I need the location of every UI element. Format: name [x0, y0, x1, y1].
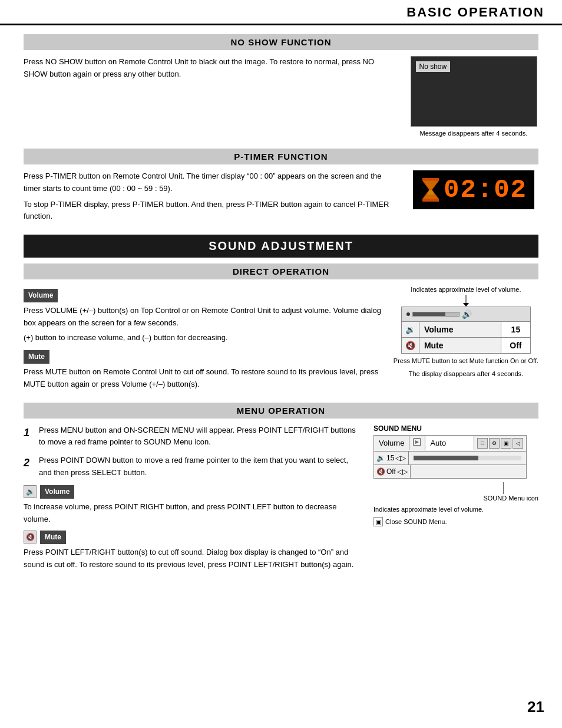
mute-caption: Press MUTE button to set Mute function O…: [394, 357, 538, 365]
ptimer-right: 02:02: [409, 170, 538, 209]
no-show-display: No show: [411, 56, 537, 127]
approx-level-text: Indicates approximate level of volume.: [373, 505, 538, 514]
direct-op-text: Volume Press VOLUME (+/–) button(s) on T…: [24, 285, 382, 390]
step-1-text: Press MENU button and ON-SCREEN MENU wil…: [39, 424, 356, 449]
menu-op-right: SOUND MENU Volume Auto: [373, 424, 538, 527]
dot-left: [406, 312, 410, 316]
menu-operation-section: MENU OPERATION 1 Press MENU button and O…: [24, 403, 538, 571]
direct-operation-header: DIRECT OPERATION: [24, 263, 538, 279]
smp-mute-arrows: ◁▷: [397, 467, 408, 476]
step-1: 1 Press MENU button and ON-SCREEN MENU w…: [24, 424, 356, 449]
smp-icon-btn-1[interactable]: □: [477, 438, 488, 449]
volume-speaker-icon: 🔉: [405, 325, 415, 334]
step-1-number: 1: [24, 424, 34, 442]
no-show-display-label: No show: [416, 61, 451, 72]
volume-indicator-text: Indicates approximate level of volume.: [411, 285, 521, 294]
smp-row2: 🔉 15 ◁▷: [374, 452, 526, 465]
mute-label-cell: Mute: [419, 338, 501, 353]
hourglass-icon: [420, 177, 441, 203]
sound-adjustment-section: SOUND ADJUSTMENT DIRECT OPERATION Volume…: [24, 235, 538, 571]
volume-tag: Volume: [24, 289, 58, 302]
direct-op-layout: Volume Press VOLUME (+/–) button(s) on T…: [24, 285, 538, 390]
no-show-header: NO SHOW FUNCTION: [24, 34, 538, 50]
no-show-section: NO SHOW FUNCTION Press NO SHOW button on…: [24, 34, 538, 137]
ptimer-display: 02:02: [413, 170, 534, 209]
smp-icons-row: □ ⚙ ▣ ◁: [474, 436, 526, 451]
ptimer-desc2: To stop P-TIMER display, press P-TIMER b…: [24, 199, 397, 223]
volume-bar: [412, 312, 459, 317]
ptimer-header: P-TIMER FUNCTION: [24, 149, 538, 164]
volume-panel-row: 🔉 Volume 15: [402, 321, 530, 337]
smp-row3: 🔇 Off ◁▷: [374, 465, 526, 478]
mute-tag: Mute: [24, 350, 49, 364]
mute-desc: Press MUTE button on Remote Control Unit…: [24, 366, 382, 391]
sound-adjustment-header: SOUND ADJUSTMENT: [24, 235, 538, 258]
menu-volume-tag: Volume: [40, 485, 74, 499]
sound-menu-panel: Volume Auto □ ⚙ ▣: [373, 435, 527, 479]
volume-icon-cell: 🔉: [402, 322, 419, 337]
menu-operation-header: MENU OPERATION: [24, 403, 538, 419]
mute-value-cell: Off: [501, 338, 530, 353]
mute-icon: 🔇: [405, 341, 415, 350]
smp-icon-svg: [413, 438, 421, 446]
menu-volume-icon: 🔉: [24, 485, 37, 498]
main-content: NO SHOW FUNCTION Press NO SHOW button on…: [0, 25, 562, 594]
smp-vol-bar: [414, 456, 521, 460]
menu-op-layout: 1 Press MENU button and ON-SCREEN MENU w…: [24, 424, 538, 571]
no-show-layout: Press NO SHOW button on Remote Control U…: [24, 56, 538, 137]
volume-desc2: (+) button to increase volume, and (–) b…: [24, 332, 382, 344]
mute-panel-row: 🔇 Mute Off: [402, 337, 530, 353]
close-icon-box: ▣: [373, 517, 383, 526]
ptimer-time-display: 02:02: [444, 175, 527, 205]
volume-panel-top: 🔊: [402, 307, 530, 321]
step-2-text: Press POINT DOWN button to move a red fr…: [39, 454, 356, 479]
menu-volume-desc: To increase volume, press POINT RIGHT bu…: [24, 501, 356, 526]
smp-icon-btn-2[interactable]: ⚙: [489, 438, 500, 449]
direct-operation-section: DIRECT OPERATION Volume Press VOLUME (+/…: [24, 263, 538, 390]
step-2-number: 2: [24, 454, 34, 472]
no-show-right: No show Message disappears after 4 secon…: [409, 56, 538, 137]
menu-volume-tag-row: 🔉 Volume: [24, 485, 356, 499]
vol-indicator-bar: 🔊: [406, 309, 472, 319]
volume-panel: 🔊 🔉 Volume 15: [401, 307, 531, 354]
volume-desc: Press VOLUME (+/–) button(s) on Top Cont…: [24, 305, 382, 330]
smp-vol-bar-area: [409, 454, 526, 462]
close-sound-menu: ▣ Close SOUND Menu.: [373, 517, 538, 526]
volume-value-cell: 15: [501, 322, 530, 337]
close-label: Close SOUND Menu.: [385, 518, 447, 525]
smp-icon-btn-4[interactable]: ◁: [513, 438, 523, 449]
step-2: 2 Press POINT DOWN button to move a red …: [24, 454, 356, 479]
indicator-arrow: [431, 295, 501, 307]
menu-op-text: 1 Press MENU button and ON-SCREEN MENU w…: [24, 424, 356, 571]
menu-mute-tag: Mute: [40, 531, 66, 544]
sound-menu-icon-label: SOUND Menu icon: [373, 494, 538, 503]
smp-vol-left: 🔉 15 ◁▷: [374, 452, 409, 465]
smp-speaker-icon: 🔉: [376, 454, 385, 462]
arrow-line: [503, 482, 504, 494]
menu-mute-tag-row: 🔇 Mute: [24, 531, 356, 544]
menu-mute-desc: Press POINT LEFT/RIGHT button(s) to cut …: [24, 546, 356, 571]
ptimer-desc1: Press P-TIMER button on Remote Control U…: [24, 170, 397, 195]
page-number: 21: [527, 698, 544, 716]
svg-rect-1: [422, 199, 439, 202]
smp-icon-cell: [409, 436, 425, 450]
page-header: BASIC OPERATION: [0, 0, 562, 25]
smp-icon-label-area: [373, 482, 538, 494]
smp-vol-label: Volume: [374, 436, 409, 450]
direct-op-right: Indicates approximate level of volume.: [394, 285, 538, 377]
sound-waves-icon: 🔊: [462, 309, 472, 319]
menu-mute-icon: 🔇: [24, 531, 37, 543]
display-disappears: The display disappears after 4 seconds.: [409, 370, 523, 377]
smp-icon-btn-3[interactable]: ▣: [501, 438, 511, 449]
ptimer-section: P-TIMER FUNCTION Press P-TIMER button on…: [24, 149, 538, 223]
ptimer-text: Press P-TIMER button on Remote Control U…: [24, 170, 397, 223]
smp-off-text: Off: [386, 467, 396, 476]
smp-auto: Auto: [425, 436, 474, 450]
no-show-description: Press NO SHOW button on Remote Control U…: [24, 56, 397, 81]
page-title: BASIC OPERATION: [406, 5, 544, 19]
no-show-caption: Message disappears after 4 seconds.: [420, 130, 528, 137]
sound-menu-label: SOUND MENU: [373, 424, 538, 433]
smp-arrow-icon: ◁▷: [395, 454, 406, 462]
smp-mute-cell: 🔇 Off ◁▷: [374, 465, 411, 478]
smp-row1: Volume Auto □ ⚙ ▣: [374, 436, 526, 452]
